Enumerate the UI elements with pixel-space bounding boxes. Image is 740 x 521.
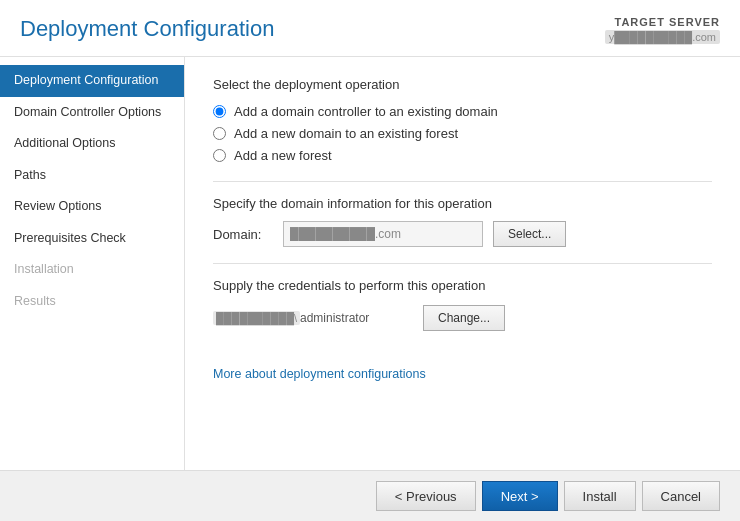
credentials-blurred: ██████████\ xyxy=(213,311,300,325)
next-button[interactable]: Next > xyxy=(482,481,558,511)
credentials-value: ██████████\administrator xyxy=(213,311,413,325)
change-button[interactable]: Change... xyxy=(423,305,505,331)
sidebar-item-additional-options[interactable]: Additional Options xyxy=(0,128,184,160)
select-button[interactable]: Select... xyxy=(493,221,566,247)
content-area: Select the deployment operation Add a do… xyxy=(185,57,740,470)
domain-row: Domain: Select... xyxy=(213,221,712,247)
server-label: TARGET SERVER xyxy=(605,16,720,28)
radio-add-domain-existing[interactable] xyxy=(213,127,226,140)
main-area: Deployment Configuration Domain Controll… xyxy=(0,57,740,470)
radio-label-add-new-forest[interactable]: Add a new forest xyxy=(234,148,332,163)
radio-label-add-domain-existing[interactable]: Add a new domain to an existing forest xyxy=(234,126,458,141)
footer: < Previous Next > Install Cancel xyxy=(0,470,740,521)
page-title: Deployment Configuration xyxy=(20,16,274,42)
install-button[interactable]: Install xyxy=(564,481,636,511)
more-info-link[interactable]: More about deployment configurations xyxy=(213,367,426,381)
divider-1 xyxy=(213,181,712,182)
radio-item-add-new-forest: Add a new forest xyxy=(213,148,712,163)
sidebar-item-deployment-configuration[interactable]: Deployment Configuration xyxy=(0,65,184,97)
domain-section: Specify the domain information for this … xyxy=(213,196,712,247)
domain-label: Domain: xyxy=(213,227,273,242)
header: Deployment Configuration TARGET SERVER y… xyxy=(0,0,740,57)
server-info: TARGET SERVER y██████████.com xyxy=(605,16,720,44)
sidebar-item-domain-controller-options[interactable]: Domain Controller Options xyxy=(0,97,184,129)
radio-item-add-dc-existing: Add a domain controller to an existing d… xyxy=(213,104,712,119)
deployment-radio-group: Add a domain controller to an existing d… xyxy=(213,104,712,163)
server-name: y██████████.com xyxy=(605,30,720,44)
sidebar-item-review-options[interactable]: Review Options xyxy=(0,191,184,223)
sidebar-item-installation: Installation xyxy=(0,254,184,286)
cancel-button[interactable]: Cancel xyxy=(642,481,720,511)
sidebar-item-paths[interactable]: Paths xyxy=(0,160,184,192)
domain-info-title: Specify the domain information for this … xyxy=(213,196,712,211)
radio-add-new-forest[interactable] xyxy=(213,149,226,162)
divider-2 xyxy=(213,263,712,264)
radio-add-dc-existing[interactable] xyxy=(213,105,226,118)
sidebar-item-prerequisites-check[interactable]: Prerequisites Check xyxy=(0,223,184,255)
radio-label-add-dc-existing[interactable]: Add a domain controller to an existing d… xyxy=(234,104,498,119)
credentials-section: Supply the credentials to perform this o… xyxy=(213,278,712,331)
previous-button[interactable]: < Previous xyxy=(376,481,476,511)
sidebar: Deployment Configuration Domain Controll… xyxy=(0,57,185,470)
deployment-operation-title: Select the deployment operation xyxy=(213,77,712,92)
domain-input[interactable] xyxy=(283,221,483,247)
sidebar-item-results: Results xyxy=(0,286,184,318)
credentials-title: Supply the credentials to perform this o… xyxy=(213,278,712,293)
credentials-user: administrator xyxy=(300,311,369,325)
radio-item-add-domain-existing: Add a new domain to an existing forest xyxy=(213,126,712,141)
credentials-row: ██████████\administrator Change... xyxy=(213,305,712,331)
